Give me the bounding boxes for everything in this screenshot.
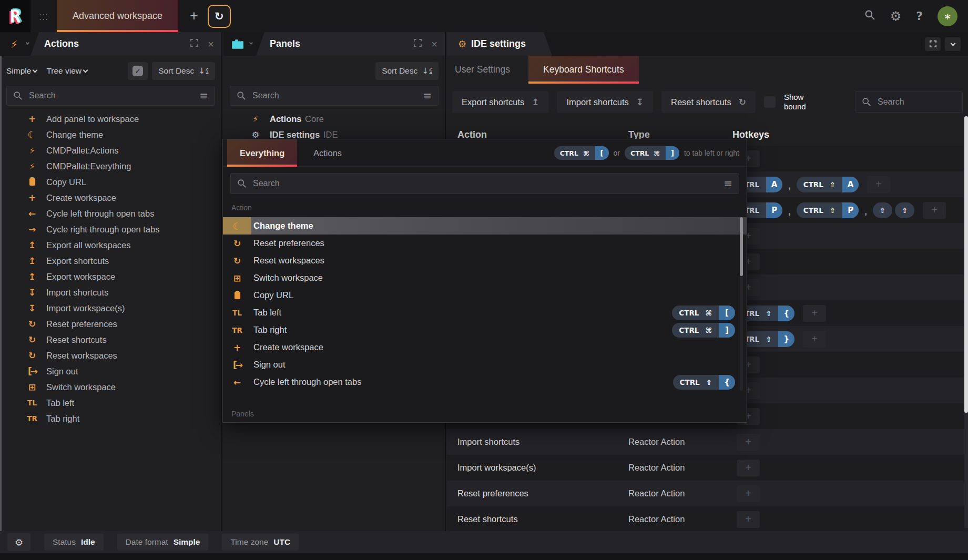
menu-icon[interactable]: ≡ xyxy=(199,89,208,102)
hotkey-chip: CTRL⇧A xyxy=(797,177,859,192)
palette-item[interactable]: ⊞Switch workspace xyxy=(223,269,747,287)
palette-item[interactable]: TRTab rightCTRL⌘] xyxy=(223,321,747,339)
panels-search-input[interactable] xyxy=(251,90,417,101)
shortcut-table-row[interactable]: Import workspace(s)Reactor Action+ xyxy=(447,455,964,481)
status-chip[interactable]: StatusIdle xyxy=(44,534,104,551)
action-list-item[interactable]: +Add panel to workspace xyxy=(0,111,221,127)
settings-scrollbar[interactable] xyxy=(964,116,968,528)
action-list-item[interactable]: +Create workspace xyxy=(0,190,221,206)
add-hotkey-button[interactable]: + xyxy=(737,485,760,502)
close-icon[interactable]: × xyxy=(431,39,437,49)
action-list-item[interactable]: Copy URL xyxy=(0,174,221,190)
action-list-item[interactable]: TRTab right xyxy=(0,411,221,426)
logo-letter: R xyxy=(10,6,21,27)
actions-scrollbar[interactable] xyxy=(0,56,2,531)
user-avatar[interactable]: ∗ xyxy=(938,6,957,26)
action-list-item[interactable]: TLTab left xyxy=(0,395,221,411)
select-checkbox[interactable]: ✓ xyxy=(128,62,148,80)
action-list-item[interactable]: ↻Reset workspaces xyxy=(0,348,221,363)
panel-list-item-suffix: Core xyxy=(305,114,324,124)
close-icon[interactable]: × xyxy=(208,39,214,49)
add-hotkey-button[interactable]: + xyxy=(737,460,760,476)
collapse-chevron-icon[interactable] xyxy=(945,37,961,51)
add-hotkey-button[interactable]: + xyxy=(737,511,760,528)
add-hotkey-button[interactable]: + xyxy=(803,331,826,348)
action-list-item[interactable]: ↻Reset shortcuts xyxy=(0,332,221,348)
show-bound-checkbox[interactable] xyxy=(764,96,776,108)
menu-icon[interactable]: ≡ xyxy=(423,89,432,102)
menu-icon[interactable]: ≡ xyxy=(724,177,732,190)
view-dropdown[interactable]: Tree view xyxy=(46,66,87,76)
palette-item[interactable]: ☾Change theme xyxy=(223,217,747,235)
fullscreen-icon[interactable] xyxy=(190,39,198,49)
action-list-item[interactable]: ↧Import workspace(s) xyxy=(0,300,221,316)
action-list-item-label: Reset shortcuts xyxy=(46,335,107,345)
action-list-item[interactable]: ↻Reset preferences xyxy=(0,316,221,332)
add-hotkey-button[interactable]: + xyxy=(737,434,760,451)
palette-item[interactable]: Copy URL xyxy=(223,287,747,304)
tab-actions[interactable]: Actions xyxy=(303,139,352,167)
shortcut-table-row[interactable]: Reset shortcutsReactor Action+ xyxy=(447,506,964,531)
tab-user-settings[interactable]: User Settings xyxy=(455,56,510,84)
palette-item[interactable]: ↻Reset preferences xyxy=(223,235,747,252)
settings-gear-icon[interactable]: ⚙ xyxy=(890,9,902,24)
chevron-down-icon[interactable] xyxy=(249,41,253,45)
reset-shortcuts-button[interactable]: Reset shortcuts↻ xyxy=(661,91,756,113)
chevron-down-icon[interactable] xyxy=(26,41,29,45)
palette-item[interactable]: ↻Reset workspaces xyxy=(223,252,747,269)
settings-panel-header: ⚙ IDE settings xyxy=(447,32,968,56)
sign-out-icon: [→ xyxy=(26,366,38,376)
import-shortcuts-button[interactable]: Import shortcuts↧ xyxy=(557,91,653,113)
action-list-item[interactable]: ↥Export shortcuts xyxy=(0,253,221,269)
tab-everything[interactable]: Everything xyxy=(227,139,297,167)
palette-item[interactable]: +Create workspace xyxy=(223,339,747,356)
export-shortcuts-button[interactable]: Export shortcuts↥ xyxy=(452,91,548,113)
palette-scrollbar[interactable] xyxy=(740,217,743,391)
action-list-item[interactable]: ⚡CMDPallet:Actions xyxy=(0,142,221,158)
reset-icon: ↻ xyxy=(26,319,38,329)
sort-desc-button[interactable]: Sort Desc↓ZA xyxy=(152,62,215,80)
shortcut-table-row[interactable]: Reset preferencesReactor Action+ xyxy=(447,481,964,506)
tab-keyboard-shortcuts[interactable]: Keyboard Shortcuts xyxy=(528,56,639,84)
action-list-item[interactable]: ↥Export workspace xyxy=(0,269,221,284)
search-icon[interactable] xyxy=(864,9,875,23)
palette-item[interactable]: ←Cycle left through open tabsCTRL⇧{ xyxy=(223,373,747,391)
action-list-item[interactable]: →Cycle right through open tabs xyxy=(0,221,221,237)
help-icon[interactable]: ? xyxy=(916,9,923,23)
hotkey-chip: ⇧ xyxy=(895,202,914,218)
app-logo[interactable]: R xyxy=(0,0,30,32)
palette-search-input[interactable] xyxy=(252,178,718,189)
statusbar-gear-icon[interactable]: ⚙ xyxy=(7,533,30,551)
drag-handle-icon[interactable]: ······ xyxy=(39,12,48,21)
action-list-item-label: Tab right xyxy=(46,414,79,424)
add-hotkey-button[interactable]: + xyxy=(923,202,946,219)
refresh-button[interactable]: ↻ xyxy=(208,5,231,28)
shortcuts-toolbar: Export shortcuts↥ Import shortcuts↧ Rese… xyxy=(452,91,963,113)
action-list-item[interactable]: ⊞Switch workspace xyxy=(0,379,221,395)
shortcut-table-row[interactable]: Import shortcutsReactor Action+ xyxy=(447,429,964,455)
shortcuts-search-input[interactable] xyxy=(877,97,956,107)
mode-dropdown[interactable]: Simple xyxy=(6,66,37,76)
add-hotkey-button[interactable]: + xyxy=(803,305,826,322)
status-chip[interactable]: Time zoneUTC xyxy=(222,534,299,551)
action-list-item[interactable]: ⚡CMDPallet:Everything xyxy=(0,158,221,174)
palette-item-label: Tab right xyxy=(253,325,287,335)
palette-item[interactable]: [→Sign out xyxy=(223,356,747,373)
actions-search-input[interactable] xyxy=(28,90,194,101)
action-list-item[interactable]: ←Cycle left through open tabs xyxy=(0,206,221,221)
status-bar: ⚙ StatusIdleDate formatSimpleTime zoneUT… xyxy=(0,531,968,553)
action-list-item[interactable]: ↧Import shortcuts xyxy=(0,284,221,300)
add-workspace-button[interactable]: + xyxy=(190,8,198,24)
panel-list-item[interactable]: ⚡Actions Core xyxy=(223,111,445,127)
sort-desc-button[interactable]: Sort Desc↓ZA xyxy=(375,62,439,80)
workspace-tab[interactable]: Advanced workspace xyxy=(57,0,178,32)
action-list-item[interactable]: ☾Change theme xyxy=(0,127,221,142)
status-chip[interactable]: Date formatSimple xyxy=(117,534,209,551)
fullscreen-icon[interactable] xyxy=(414,39,422,49)
action-list-item[interactable]: ↥Export all workspaces xyxy=(0,237,221,253)
action-list-item[interactable]: [→Sign out xyxy=(0,363,221,379)
settings-panel-tab[interactable]: ⚙ IDE settings xyxy=(447,32,552,56)
add-hotkey-button[interactable]: + xyxy=(867,176,890,193)
fullscreen-icon[interactable] xyxy=(925,37,941,51)
palette-item[interactable]: TLTab leftCTRL⌘[ xyxy=(223,304,747,321)
